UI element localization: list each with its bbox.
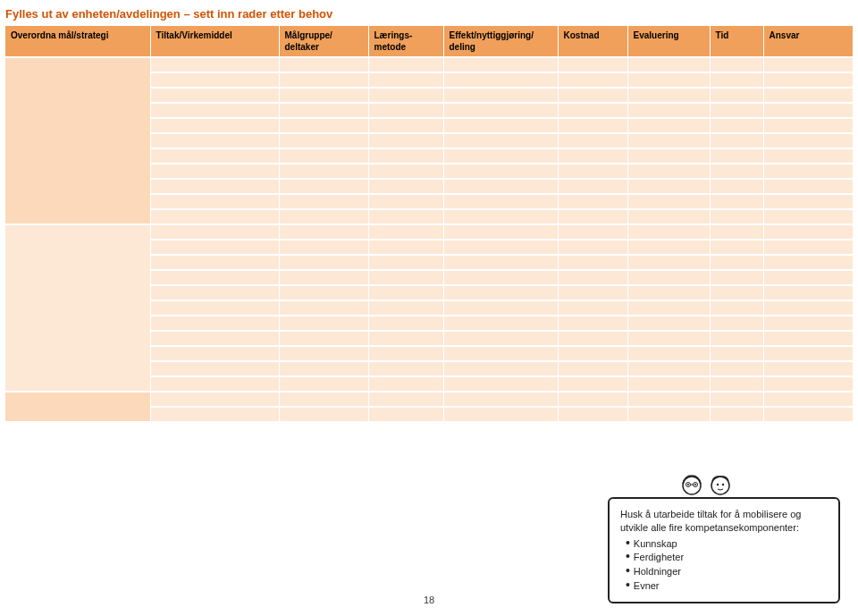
svg-point-0 — [683, 477, 701, 494]
header-mal: Overordna mål/strategi — [5, 26, 150, 57]
faces-icon — [679, 472, 733, 495]
header-malgruppe: Målgruppe/deltaker — [279, 26, 368, 57]
note-frame: Husk å utarbeide tiltak for å mobilisere… — [608, 497, 840, 603]
page-title: Fylles ut av enheten/avdelingen – sett i… — [0, 0, 858, 26]
svg-point-4 — [694, 484, 696, 485]
table-row — [5, 392, 853, 407]
header-tiltak: Tiltak/Virkemiddel — [150, 26, 279, 57]
header-ansvar: Ansvar — [763, 26, 853, 57]
svg-point-7 — [717, 484, 719, 485]
svg-point-3 — [687, 484, 689, 485]
note-item: Ferdigheter — [626, 550, 828, 564]
header-laerings: Lærings-metode — [368, 26, 443, 57]
header-tid: Tid — [710, 26, 763, 57]
note-item: Evner — [626, 578, 828, 593]
table-row — [5, 224, 853, 240]
note-item: Kunnskap — [626, 536, 828, 551]
table-row — [5, 57, 853, 72]
svg-point-8 — [722, 484, 724, 485]
page-number: 18 — [424, 595, 434, 605]
table-body — [5, 57, 853, 422]
note-item: Holdninger — [626, 564, 828, 578]
header-kostnad: Kostnad — [558, 26, 627, 57]
header-evaluering: Evaluering — [627, 26, 710, 57]
note-list: Kunnskap Ferdigheter Holdninger Evner — [620, 536, 828, 593]
header-effekt: Effekt/nyttiggjøring/deling — [443, 26, 558, 57]
note-box: Husk å utarbeide tiltak for å mobilisere… — [608, 497, 840, 603]
note-intro: Husk å utarbeide tiltak for å mobilisere… — [620, 508, 828, 535]
planning-table: Overordna mål/strategi Tiltak/Virkemidde… — [5, 26, 853, 423]
